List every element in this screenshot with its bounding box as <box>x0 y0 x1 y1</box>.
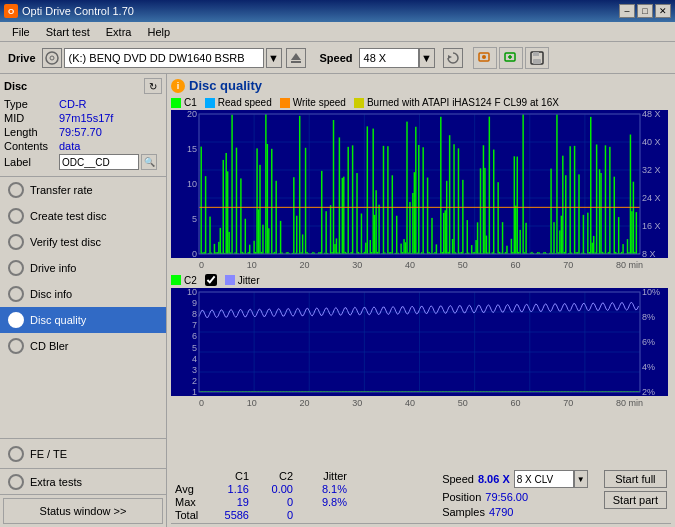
charts-container: 01020304050607080 min C2 Jitter <box>171 110 671 466</box>
bottom-x-axis: 01020304050607080 min <box>171 398 671 408</box>
legend-write-speed-color <box>280 98 290 108</box>
legend-jitter-label: Jitter <box>238 275 260 286</box>
speed-combo-wrap: 48 X ▼ <box>359 48 435 68</box>
start-part-button[interactable]: Start part <box>604 491 667 509</box>
legend-write-speed-label: Write speed <box>293 97 346 108</box>
speed-combo[interactable]: 48 X <box>359 48 419 68</box>
disc-mid-value: 97m15s17f <box>59 112 113 124</box>
extra-tests-icon <box>8 474 24 490</box>
sidebar-item-drive-info[interactable]: Drive info <box>0 255 166 281</box>
clv-combo[interactable]: 8 X CLV <box>514 470 574 488</box>
disc-length-label: Length <box>4 126 59 138</box>
jitter-checkbox[interactable] <box>205 274 217 286</box>
sidebar-item-extra-tests[interactable]: Extra tests <box>0 469 166 495</box>
sidebar-label-extra-tests: Extra tests <box>30 476 82 488</box>
top-x-axis: 01020304050607080 min <box>171 260 671 270</box>
stats-max-row: Max 19 0 9.8% <box>175 496 347 508</box>
title-bar: O Opti Drive Control 1.70 – □ ✕ <box>0 0 675 22</box>
drive-combo-arrow[interactable]: ▼ <box>266 48 282 68</box>
sidebar-item-fe-te[interactable]: FE / TE <box>0 439 166 469</box>
max-jitter: 9.8% <box>297 496 347 508</box>
total-c1: 5586 <box>209 509 249 521</box>
legend-read-speed-label: Read speed <box>218 97 272 108</box>
sidebar-item-cd-bler[interactable]: CD Bler <box>0 333 166 359</box>
samples-value: 4790 <box>489 506 513 518</box>
label-search-button[interactable]: 🔍 <box>141 154 157 170</box>
sidebar-label-verify-test-disc: Verify test disc <box>30 236 101 248</box>
sidebar-item-create-test-disc[interactable]: Create test disc <box>0 203 166 229</box>
max-c1: 19 <box>209 496 249 508</box>
menu-help[interactable]: Help <box>139 24 178 40</box>
maximize-button[interactable]: □ <box>637 4 653 18</box>
stats-right-col: Speed 8.06 X 8 X CLV ▼ Position 79:56.00… <box>442 470 588 518</box>
nav-items: Transfer rate Create test disc Verify te… <box>0 177 166 438</box>
eject-icon[interactable] <box>286 48 306 68</box>
speed-combo-arrow[interactable]: ▼ <box>419 48 435 68</box>
toolbar-btn-save[interactable] <box>525 47 549 69</box>
legend-c2: C2 <box>171 275 197 286</box>
transfer-rate-icon <box>8 182 24 198</box>
disc-type-field: Type CD-R <box>4 98 162 110</box>
disc-quality-icon: i <box>171 79 185 93</box>
legend-jitter: Jitter <box>225 275 260 286</box>
disc-quality-title: Disc quality <box>189 78 262 93</box>
legend-c1: C1 <box>171 97 197 108</box>
stats-header-row: C1 C2 Jitter <box>175 470 347 482</box>
stats-row: C1 C2 Jitter Avg 1.16 0.00 8.1% Max 19 0 <box>171 468 671 523</box>
svg-marker-2 <box>291 53 301 60</box>
disc-info-panel: Disc ↻ Type CD-R MID 97m15s17f Length 79… <box>0 74 166 177</box>
sidebar-item-disc-quality[interactable]: Disc quality <box>0 307 166 333</box>
bottom-chart <box>171 288 668 396</box>
sidebar-label-disc-quality: Disc quality <box>30 314 86 326</box>
disc-refresh-button[interactable]: ↻ <box>144 78 162 94</box>
disc-mid-field: MID 97m15s17f <box>4 112 162 124</box>
avg-jitter: 8.1% <box>297 483 347 495</box>
legend-burned-color <box>354 98 364 108</box>
top-chart <box>171 110 668 258</box>
stats-avg-row: Avg 1.16 0.00 8.1% <box>175 483 347 495</box>
toolbar-btn-2[interactable] <box>499 47 523 69</box>
drive-combo[interactable]: (K:) BENQ DVD DD DW1640 BSRB <box>64 48 264 68</box>
menu-bar: File Start test Extra Help <box>0 22 675 42</box>
disc-info-icon <box>8 286 24 302</box>
drive-select: (K:) BENQ DVD DD DW1640 BSRB ▼ <box>42 48 306 68</box>
svg-point-6 <box>482 55 486 59</box>
sidebar-item-disc-info[interactable]: Disc info <box>0 281 166 307</box>
menu-start-test[interactable]: Start test <box>38 24 98 40</box>
menu-file[interactable]: File <box>4 24 38 40</box>
sidebar-item-transfer-rate[interactable]: Transfer rate <box>0 177 166 203</box>
main-area: Disc ↻ Type CD-R MID 97m15s17f Length 79… <box>0 74 675 527</box>
speed-value: 8.06 X <box>478 473 510 485</box>
menu-extra[interactable]: Extra <box>98 24 140 40</box>
minimize-button[interactable]: – <box>619 4 635 18</box>
start-full-button[interactable]: Start full <box>604 470 667 488</box>
refresh-icon[interactable] <box>443 48 463 68</box>
svg-point-0 <box>46 52 58 64</box>
action-buttons: Start full Start part <box>604 470 667 509</box>
title-bar-left: O Opti Drive Control 1.70 <box>4 4 134 18</box>
app-window: O Opti Drive Control 1.70 – □ ✕ File Sta… <box>0 0 675 527</box>
sidebar-item-verify-test-disc[interactable]: Verify test disc <box>0 229 166 255</box>
toolbar-btn-1[interactable] <box>473 47 497 69</box>
sidebar-label-cd-bler: CD Bler <box>30 340 69 352</box>
legend-burned-label: Burned with ATAPI iHAS124 F CL99 at 16X <box>367 97 559 108</box>
status-window-button[interactable]: Status window >> <box>3 498 163 524</box>
clv-combo-wrap: 8 X CLV ▼ <box>514 470 588 488</box>
label-input[interactable] <box>59 154 139 170</box>
disc-label-label: Label <box>4 156 59 168</box>
legend-jitter-color <box>225 275 235 285</box>
sidebar-label-fe-te: FE / TE <box>30 448 67 460</box>
top-chart-container <box>171 110 671 258</box>
close-button[interactable]: ✕ <box>655 4 671 18</box>
label-input-wrap: 🔍 <box>59 154 157 170</box>
disc-mid-label: MID <box>4 112 59 124</box>
position-label: Position <box>442 491 481 503</box>
disc-quality-icon <box>8 312 24 328</box>
app-icon: O <box>4 4 18 18</box>
drive-disc-icon[interactable] <box>42 48 62 68</box>
cd-bler-icon <box>8 338 24 354</box>
sidebar-label-drive-info: Drive info <box>30 262 76 274</box>
clv-combo-arrow[interactable]: ▼ <box>574 470 588 488</box>
jitter-header: Jitter <box>297 470 347 482</box>
legend-read-speed: Read speed <box>205 97 272 108</box>
